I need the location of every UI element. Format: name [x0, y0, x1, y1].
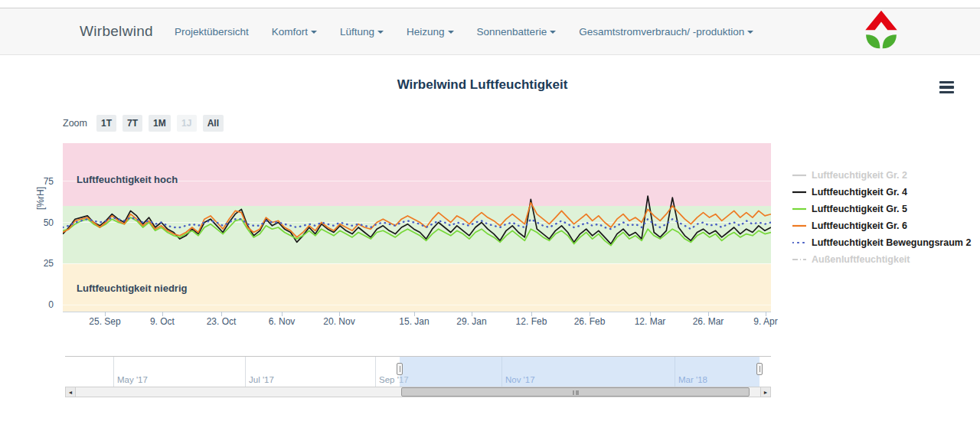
- chevron-down-icon: [311, 31, 317, 34]
- x-tick-label: 23. Oct: [207, 316, 237, 327]
- zoom-button-1j: 1J: [177, 115, 197, 132]
- navigator-selected-range[interactable]: [400, 357, 760, 387]
- x-tick-label: 26. Mar: [693, 316, 724, 327]
- nav-item-4[interactable]: Heizung: [407, 26, 454, 38]
- x-tick-label: 12. Feb: [516, 316, 547, 327]
- x-axis-line: [63, 312, 771, 312]
- legend-label: Luftfeuchtigkeit Gr. 2: [812, 170, 907, 181]
- zoom-button-1m[interactable]: 1M: [149, 115, 171, 132]
- nav-item-3[interactable]: Lüftung: [340, 26, 384, 38]
- navigator[interactable]: May '17Jul '17Sep '17Nov '17Mar '18: [65, 356, 771, 387]
- x-tick-mark: [339, 312, 340, 316]
- chevron-down-icon: [448, 31, 454, 34]
- x-tick-mark: [282, 312, 283, 316]
- navigator-tick-label: May '17: [117, 375, 148, 384]
- legend-item-4[interactable]: Luftfeuchtigkeit Gr. 6: [792, 220, 971, 232]
- scrollbar-thumb[interactable]: [401, 387, 750, 397]
- x-tick-label: 29. Jan: [456, 316, 486, 327]
- x-tick-mark: [414, 312, 415, 316]
- legend-item-6[interactable]: Außenluftfeuchtigkeit: [792, 253, 971, 266]
- x-tick-label: 20. Nov: [323, 316, 354, 327]
- navigator-tick-label: Jul '17: [249, 375, 274, 384]
- navbar: Wirbelwind ProjektübersichtKomfortLüftun…: [0, 8, 980, 55]
- legend-label: Luftfeuchtigkeit Gr. 4: [812, 187, 907, 198]
- legend-marker-icon: [792, 172, 806, 178]
- nav-item-5[interactable]: Sonnenbatterie: [477, 26, 557, 38]
- chart-title: Wirbelwind Luftfeuchtigkeit: [61, 77, 903, 93]
- navigator-gridline: [245, 357, 246, 387]
- nav-item-1[interactable]: Projektübersicht: [175, 26, 249, 38]
- navigator-handle-right[interactable]: [756, 363, 763, 375]
- nav-menu: ProjektübersichtKomfortLüftungHeizungSon…: [175, 26, 753, 38]
- chevron-down-icon: [377, 31, 384, 34]
- legend-marker-icon: [792, 206, 806, 212]
- legend-marker-icon: [792, 223, 806, 229]
- scroll-right-arrow[interactable]: ►: [760, 387, 770, 397]
- brand-link[interactable]: Wirbelwind: [80, 23, 153, 40]
- h-scrollbar[interactable]: ◄ ►: [65, 387, 771, 397]
- y-tick-label: 0: [23, 299, 54, 310]
- legend-marker-icon: [792, 189, 806, 195]
- band-label-low: Luftfeuchtigkeit niedrig: [77, 282, 187, 294]
- nav-item-2[interactable]: Komfort: [272, 26, 317, 38]
- y-tick-label: 75: [23, 176, 54, 187]
- x-tick-mark: [531, 312, 532, 316]
- x-tick-mark: [766, 312, 766, 316]
- y-tick-label: 50: [23, 217, 54, 228]
- x-tick-label: 15. Jan: [399, 316, 429, 327]
- zoom-button-all[interactable]: All: [203, 115, 224, 132]
- x-tick-label: 12. Mar: [635, 316, 666, 327]
- legend-label: Luftfeuchtigkeit Gr. 5: [812, 204, 907, 214]
- band-label-high: Luftfeuchtigkeit hoch: [77, 174, 178, 185]
- zoom-button-7t[interactable]: 7T: [122, 115, 142, 132]
- zoom-button-1t[interactable]: 1T: [96, 115, 116, 132]
- x-tick-label: 6. Nov: [269, 316, 296, 327]
- x-tick-mark: [472, 312, 472, 316]
- scroll-left-arrow[interactable]: ◄: [66, 387, 76, 397]
- navigator-handle-left[interactable]: [397, 363, 403, 375]
- x-tick-mark: [590, 312, 590, 316]
- zoom-label: Zoom: [63, 118, 87, 129]
- legend-label: Luftfeuchtigkeit Gr. 6: [812, 220, 907, 231]
- x-tick-mark: [162, 312, 163, 316]
- legend-label: Luftfeuchtigkeit Bewegungsraum 2: [812, 237, 971, 248]
- plot-area[interactable]: Luftfeuchtigkeit hoch Luftfeuchtigkeit n…: [63, 143, 771, 312]
- navigator-gridline: [375, 357, 376, 387]
- scrollbar-grip: [573, 390, 578, 395]
- wirbelwind-logo[interactable]: [862, 9, 900, 54]
- x-tick-mark: [105, 312, 106, 316]
- legend-marker-icon: [792, 256, 806, 263]
- legend: Luftfeuchtigkeit Gr. 2Luftfeuchtigkeit G…: [792, 169, 971, 270]
- x-tick-mark: [221, 312, 222, 316]
- chevron-down-icon: [550, 31, 556, 34]
- x-tick-label: 9. Apr: [753, 316, 777, 327]
- x-tick-label: 26. Feb: [574, 316, 606, 327]
- page: Wirbelwind ProjektübersichtKomfortLüftun…: [0, 0, 980, 431]
- chevron-down-icon: [747, 31, 753, 34]
- navigator-gridline: [113, 357, 114, 387]
- hamburger-menu-icon[interactable]: [939, 81, 954, 93]
- legend-marker-icon: [792, 240, 806, 246]
- x-tick-label: 9. Oct: [150, 316, 175, 327]
- legend-item-2[interactable]: Luftfeuchtigkeit Gr. 4: [792, 186, 971, 198]
- y-tick-label: 25: [23, 258, 54, 269]
- x-tick-mark: [650, 312, 651, 316]
- legend-item-1[interactable]: Luftfeuchtigkeit Gr. 2: [792, 169, 971, 181]
- legend-item-3[interactable]: Luftfeuchtigkeit Gr. 5: [792, 203, 971, 215]
- x-tick-mark: [708, 312, 709, 316]
- legend-item-5[interactable]: Luftfeuchtigkeit Bewegungsraum 2: [792, 237, 971, 249]
- legend-label: Außenluftfeuchtigkeit: [812, 254, 910, 265]
- x-tick-label: 25. Sep: [89, 316, 120, 327]
- range-selector: Zoom 1T7T1M1JAll: [63, 115, 230, 132]
- nav-item-6[interactable]: Gesamtstromverbrauch/ -produktion: [579, 26, 753, 38]
